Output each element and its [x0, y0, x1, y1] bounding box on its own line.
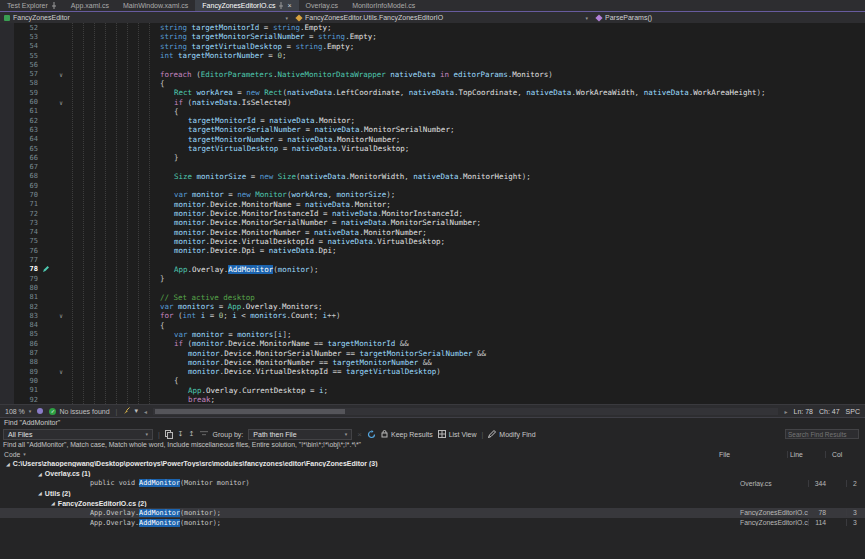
- code-line[interactable]: 88monitor.Device.MonitorNumber == target…: [0, 358, 865, 367]
- group-by-dropdown[interactable]: Path then File ▾: [248, 429, 352, 440]
- code-line[interactable]: 83∨for (int i = 0; i < monitors.Count; i…: [0, 311, 865, 320]
- expanded-triangle-icon[interactable]: ◢: [38, 490, 42, 496]
- fold-collapse-icon[interactable]: ∨: [54, 71, 68, 78]
- code-line[interactable]: 89∨monitor.Device.VirtualDesktopId == ta…: [0, 367, 865, 376]
- clear-results-icon[interactable]: ×: [357, 430, 362, 439]
- code-line[interactable]: 52string targetMonitorId = string.Empty;: [0, 23, 865, 32]
- code-line[interactable]: 82var monitors = App.Overlay.Monitors;: [0, 302, 865, 311]
- tab-fancyzoneseditorio-cs[interactable]: FancyZonesEditorIO.cs×: [195, 0, 298, 11]
- code-line[interactable]: 79}: [0, 274, 865, 283]
- search-find-results-input[interactable]: [785, 429, 859, 439]
- code-line[interactable]: 68Size monitorSize = new Size(nativeData…: [0, 172, 865, 181]
- code-line[interactable]: 66}: [0, 153, 865, 162]
- tab-overlay-cs[interactable]: Overlay.cs: [299, 0, 346, 11]
- pin-icon[interactable]: [51, 2, 57, 9]
- code-line[interactable]: 56: [0, 60, 865, 69]
- scope-dropdown[interactable]: All Files ▾: [3, 429, 153, 440]
- code-line[interactable]: 85var monitor = monitors[i];: [0, 330, 865, 339]
- code-line[interactable]: 70var monitor = new Monitor(workArea, mo…: [0, 190, 865, 199]
- list-view-button[interactable]: List View: [438, 430, 477, 438]
- token: monitor: [174, 237, 206, 246]
- code-line[interactable]: 72monitor.Device.MonitorInstanceId = nat…: [0, 209, 865, 218]
- token: Monitors: [282, 302, 318, 311]
- code-line[interactable]: 71monitor.Device.MonitorName = nativeDat…: [0, 200, 865, 209]
- code-line[interactable]: 65targetVirtualDesktop = nativeData.Virt…: [0, 144, 865, 153]
- token: ;: [314, 311, 323, 320]
- code-cleanup-button[interactable]: ▾: [123, 407, 138, 415]
- code-line[interactable]: 75monitor.Device.VirtualDesktopId = nati…: [0, 237, 865, 246]
- scroll-right-icon[interactable]: ▸: [784, 408, 787, 415]
- code-line[interactable]: 90{: [0, 376, 865, 385]
- scroll-left-icon[interactable]: ◂: [144, 408, 147, 415]
- health-indicator-icon[interactable]: [37, 408, 43, 414]
- modify-find-button[interactable]: Modify Find: [488, 430, 535, 438]
- code-line[interactable]: 58{: [0, 79, 865, 88]
- fold-collapse-icon[interactable]: ∨: [54, 312, 68, 319]
- refresh-icon[interactable]: [367, 430, 376, 439]
- tab-app-xaml-cs[interactable]: App.xaml.cs: [64, 0, 116, 11]
- code-line[interactable]: 67: [0, 162, 865, 171]
- token: monitor: [174, 228, 206, 237]
- code-line[interactable]: 92break;: [0, 395, 865, 404]
- code-line[interactable]: 55int targetMonitorNumber = 0;: [0, 51, 865, 60]
- code-editor[interactable]: 52string targetMonitorId = string.Empty;…: [0, 23, 865, 404]
- result-row[interactable]: App.Overlay.AddMonitor(monitor);FancyZon…: [0, 518, 865, 528]
- code-line[interactable]: 80: [0, 283, 865, 292]
- scrollbar-thumb[interactable]: [155, 409, 345, 414]
- code-line[interactable]: 69: [0, 181, 865, 190]
- type-dropdown[interactable]: FancyZonesEditor.Utils.FancyZonesEditorI…: [292, 12, 592, 23]
- code-line[interactable]: 77: [0, 255, 865, 264]
- result-group-row[interactable]: ◢FancyZonesEditorIO.cs (2): [0, 498, 865, 508]
- code-line[interactable]: 57∨foreach (EditorParameters.NativeMonit…: [0, 69, 865, 78]
- code-line[interactable]: 61{: [0, 107, 865, 116]
- result-row[interactable]: public void AddMonitor(Monitor monitor)O…: [0, 479, 865, 489]
- pin-icon[interactable]: [278, 2, 284, 9]
- code-line[interactable]: 73monitor.Device.MonitorSerialNumber = n…: [0, 218, 865, 227]
- member-dropdown[interactable]: ParseParams(): [592, 12, 865, 23]
- code-line[interactable]: 60∨if (nativeData.IsSelected): [0, 97, 865, 106]
- tab-mainwindow-xaml-cs[interactable]: MainWindow.xaml.cs: [116, 0, 195, 11]
- token: <: [237, 311, 251, 320]
- code-line[interactable]: 78App.Overlay.AddMonitor(monitor);: [0, 265, 865, 274]
- result-group-row[interactable]: ◢C:\Users\zhaopengwang\Desktop\powertoys…: [0, 459, 865, 469]
- code-line[interactable]: 64targetMonitorNumber = nativeData.Monit…: [0, 135, 865, 144]
- code-column-header[interactable]: Code ▾: [0, 451, 717, 458]
- fold-collapse-icon[interactable]: ∨: [54, 368, 68, 375]
- code-line[interactable]: 87monitor.Device.MonitorSerialNumber == …: [0, 348, 865, 357]
- code-line[interactable]: 74monitor.Device.MonitorNumber = nativeD…: [0, 228, 865, 237]
- code-line[interactable]: 84{: [0, 321, 865, 330]
- code-line[interactable]: 59Rect workArea = new Rect(nativeData.Le…: [0, 88, 865, 97]
- expanded-triangle-icon[interactable]: ◢: [51, 500, 55, 506]
- result-group-row[interactable]: ◢Overlay.cs (1): [0, 469, 865, 479]
- code-line[interactable]: 91App.Overlay.CurrentDesktop = i;: [0, 386, 865, 395]
- tab-test-explorer[interactable]: Test Explorer: [0, 0, 64, 11]
- filter-icon[interactable]: [200, 430, 208, 438]
- keep-results-button[interactable]: Keep Results: [381, 430, 433, 438]
- code-line[interactable]: 81// Set active desktop: [0, 293, 865, 302]
- fold-collapse-icon[interactable]: ∨: [54, 99, 68, 106]
- col-column-header[interactable]: Col: [825, 451, 865, 458]
- code-line[interactable]: 76monitor.Device.Dpi = nativeData.Dpi;: [0, 246, 865, 255]
- horizontal-scrollbar[interactable]: [153, 408, 779, 415]
- tab-monitorinfomodel-cs[interactable]: MonitorInfoModel.cs: [345, 0, 422, 11]
- code-line[interactable]: 54string targetVirtualDesktop = string.E…: [0, 42, 865, 51]
- project-dropdown[interactable]: FancyZonesEditor ▾: [0, 12, 292, 23]
- expanded-triangle-icon[interactable]: ◢: [6, 461, 10, 467]
- result-row[interactable]: App.Overlay.AddMonitor(monitor);FancyZon…: [0, 508, 865, 518]
- code-line[interactable]: 63targetMonitorSerialNumber = nativeData…: [0, 125, 865, 134]
- token: Overlay: [192, 265, 224, 274]
- code-line[interactable]: 62targetMonitorId = nativeData.Monitor;: [0, 116, 865, 125]
- result-col: 3: [846, 509, 865, 516]
- copy-results-icon[interactable]: [165, 430, 173, 439]
- expanded-triangle-icon[interactable]: ◢: [38, 471, 42, 477]
- code-line[interactable]: 53string targetMonitorSerialNumber = str…: [0, 32, 865, 41]
- document-health[interactable]: ✓ No issues found: [49, 408, 109, 415]
- result-group-row[interactable]: ◢Utils (2): [0, 488, 865, 498]
- collapse-all-icon[interactable]: ↥: [189, 430, 195, 438]
- close-icon[interactable]: ×: [287, 2, 291, 9]
- code-line[interactable]: 86if (monitor.Device.MonitorName == targ…: [0, 339, 865, 348]
- line-column-header[interactable]: Line: [787, 451, 825, 458]
- zoom-select[interactable]: 108 % ▾: [5, 408, 31, 415]
- expand-all-icon[interactable]: ↧: [178, 430, 184, 438]
- file-column-header[interactable]: File: [717, 451, 787, 458]
